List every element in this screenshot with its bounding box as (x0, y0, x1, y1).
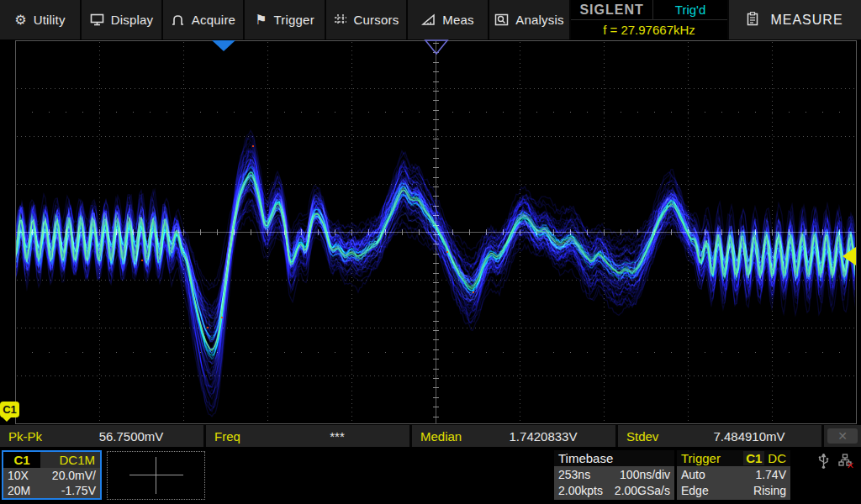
measurement-stdev[interactable]: Stdev 7.484910mV (618, 425, 824, 447)
measurement-value: 56.7500mV (59, 429, 203, 444)
measurement-label: Pk-Pk (0, 429, 59, 444)
trigger-status: Trig'd (675, 3, 705, 17)
cursors-icon (334, 13, 347, 26)
measurement-value: 1.7420833V (471, 429, 615, 444)
trigger-frequency-readout: f = 27.97667kHz (603, 23, 695, 37)
waveform-canvas[interactable] (0, 39, 861, 425)
trigger-delay-marker[interactable] (212, 40, 235, 51)
clipboard-icon (747, 12, 758, 29)
trigger-type: Edge (681, 484, 709, 497)
timebase-samplerate: 2.00GSa/s (615, 484, 670, 497)
svg-text:✕: ✕ (847, 460, 854, 470)
acquire-icon (171, 13, 185, 26)
menu-meas-label: Meas (442, 13, 473, 27)
measurement-label: Median (412, 429, 471, 444)
usb-icon (817, 454, 830, 472)
flag-icon: ⚑ (255, 12, 267, 28)
network-error-icon: ✕ (838, 454, 855, 472)
menu-cursors[interactable]: Cursors (326, 0, 408, 39)
menu-utility-label: Utility (34, 13, 66, 27)
channel-offset-badge[interactable]: C1 (0, 402, 19, 417)
menu-trigger[interactable]: ⚑ Trigger (245, 0, 326, 39)
timebase-delay: 253ns (558, 468, 590, 481)
trigger-status-cell: Trig'd (653, 0, 727, 19)
timebase-memory: 2.00kpts (558, 484, 603, 497)
analysis-icon (494, 13, 509, 26)
timebase-box[interactable]: Timebase 253ns 100ns/div 2.00kpts 2.00GS… (554, 450, 674, 500)
trigger-label: Trigger (681, 451, 743, 465)
menu-analysis[interactable]: Analysis (489, 0, 571, 39)
measurement-close-button[interactable]: ✕ (824, 425, 861, 447)
menu-analysis-label: Analysis (515, 13, 563, 27)
brand-status-box: SIGLENT Trig'd f = 27.97667kHz (571, 0, 729, 39)
meas-icon (421, 13, 436, 26)
menu-display[interactable]: Display (82, 0, 163, 39)
channel-coupling: DC1M (40, 452, 100, 468)
measurement-median[interactable]: Median 1.7420833V (412, 425, 618, 447)
timebase-scale: 100ns/div (620, 468, 670, 481)
menu-display-label: Display (111, 13, 154, 27)
menu-meas[interactable]: Meas (408, 0, 489, 39)
trigger-mode: Auto (681, 468, 705, 481)
channel1-descriptor-box[interactable]: C1 DC1M 10X 20.0mV/ 20M -1.75V (2, 450, 102, 500)
measurement-freq[interactable]: Freq *** (206, 425, 412, 447)
menu-acquire[interactable]: Acquire (163, 0, 245, 39)
trigger-box[interactable]: Trigger C1 DC Auto 1.74V Edge Rising (677, 450, 790, 500)
trigger-slope: Rising (753, 484, 786, 497)
measurement-pkpk[interactable]: Pk-Pk 56.7500mV (0, 425, 206, 447)
trigger-source: C1 (743, 451, 764, 465)
measurement-label: Freq (206, 429, 265, 444)
trigger-coupling: DC (768, 451, 786, 465)
status-bar: C1 DC1M 10X 20.0mV/ 20M -1.75V Timebase … (0, 447, 861, 504)
channel2-empty-slot[interactable] (107, 451, 205, 500)
measurement-label: Stdev (618, 429, 677, 444)
trigger-level: 1.74V (755, 468, 786, 481)
menubar: ⚙ Utility Display Acquire ⚑ Trigger Curs… (0, 0, 861, 39)
waveform-display: C1 (0, 39, 861, 425)
active-menu-label: MEASURE (770, 13, 843, 28)
channel-name: C1 (3, 452, 40, 468)
close-icon: ✕ (827, 428, 858, 444)
trigger-level-marker[interactable] (843, 247, 856, 265)
menu-acquire-label: Acquire (192, 13, 235, 27)
trigger-position-marker[interactable] (424, 39, 449, 58)
menu-trigger-label: Trigger (273, 13, 314, 27)
timebase-label: Timebase (558, 451, 613, 465)
measurement-bar: Pk-Pk 56.7500mV Freq *** Median 1.742083… (0, 425, 861, 447)
channel-bandwidth: 20M (8, 484, 30, 497)
menu-cursors-label: Cursors (354, 13, 399, 27)
plus-crosshair-icon (129, 457, 183, 494)
menu-utility[interactable]: ⚙ Utility (0, 0, 82, 39)
display-icon (90, 13, 104, 26)
oscilloscope-screen: ⚙ Utility Display Acquire ⚑ Trigger Curs… (0, 0, 861, 504)
measurement-value: 7.484910mV (677, 429, 821, 444)
brand-logo: SIGLENT (579, 3, 643, 18)
channel-probe: 10X (8, 469, 29, 482)
measurement-value: *** (265, 429, 409, 444)
gear-icon: ⚙ (14, 12, 26, 28)
brand-cell: SIGLENT (571, 0, 653, 19)
channel-offset: -1.75V (61, 484, 96, 497)
channel-scale: 20.0mV/ (52, 469, 96, 482)
menu-measure-active[interactable]: MEASURE (729, 0, 861, 39)
